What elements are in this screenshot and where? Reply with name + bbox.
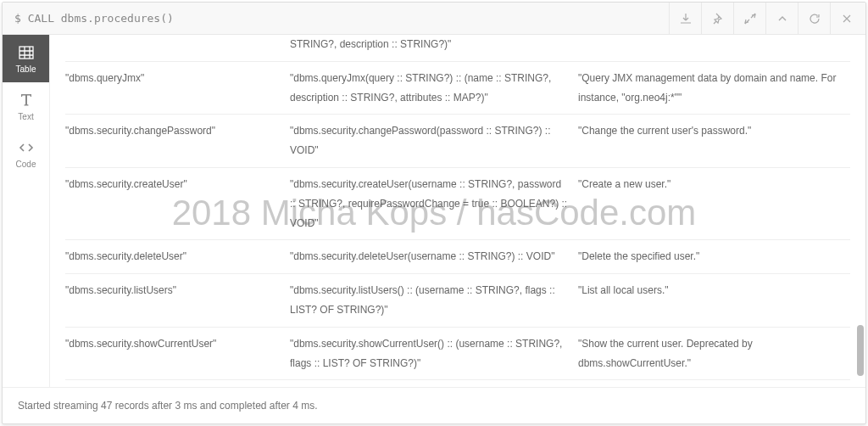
expand-icon [743, 12, 757, 25]
query-text: $ CALL dbms.procedures() [3, 12, 669, 25]
download-button[interactable] [669, 3, 701, 35]
pin-button[interactable] [701, 3, 733, 35]
cell-signature: "dbms.security.listUsers() :: (username … [290, 281, 578, 320]
query-header: $ CALL dbms.procedures() [3, 3, 865, 35]
cell-name: "dbms.security.listUsers" [65, 281, 290, 320]
close-icon [840, 12, 854, 25]
cell-name: "dbms.queryJmx" [65, 69, 290, 108]
body: Table Text Code STRING?, description :: … [3, 35, 865, 387]
cell-signature: "dbms.security.createUser(username :: ST… [290, 175, 578, 233]
close-button[interactable] [830, 3, 862, 35]
table-row: STRING?, description :: STRING?)" [65, 35, 850, 62]
table-row: "dbms.security.deleteUser" "dbms.securit… [65, 240, 850, 274]
cell-signature: STRING?, description :: STRING?)" [290, 35, 578, 54]
sidebar-item-label: Code [16, 160, 36, 169]
table-icon [18, 44, 35, 61]
svg-rect-0 [19, 47, 33, 59]
sidebar-item-text[interactable]: Text [3, 82, 49, 130]
cell-signature: "dbms.security.deleteUser(username :: ST… [290, 247, 578, 266]
refresh-button[interactable] [798, 3, 830, 35]
cell-description: "List all local users." [578, 281, 850, 320]
cell-signature: "dbms.security.changePassword(password :… [290, 121, 578, 160]
scrollbar-thumb[interactable] [857, 325, 864, 376]
sidebar-item-table[interactable]: Table [3, 35, 49, 82]
toolbar [669, 3, 865, 35]
cell-description: "Change the current user's password." [578, 121, 850, 160]
expand-button[interactable] [733, 3, 765, 35]
cell-description [578, 35, 850, 54]
sidebar-item-label: Text [18, 112, 33, 121]
cell-name: "dbms.security.createUser" [65, 175, 290, 233]
table-row: "dbms.security.showCurrentUser" "dbms.se… [65, 328, 850, 381]
cell-name [65, 35, 290, 54]
table-row: "dbms.showCurrentUser" "dbms.showCurrent… [65, 380, 850, 387]
chevron-up-icon [776, 12, 789, 25]
code-icon [18, 139, 35, 156]
results-table[interactable]: STRING?, description :: STRING?)" "dbms.… [50, 35, 865, 387]
table-row: "dbms.queryJmx" "dbms.queryJmx(query :: … [65, 62, 850, 115]
cell-name: "dbms.security.showCurrentUser" [65, 334, 290, 373]
sidebar: Table Text Code [3, 35, 50, 387]
cell-description: "Delete the specified user." [578, 247, 850, 266]
cell-name: "dbms.security.deleteUser" [65, 247, 290, 266]
sidebar-item-code[interactable]: Code [3, 130, 49, 177]
sidebar-item-label: Table [16, 64, 36, 74]
pin-icon [711, 12, 725, 25]
table-row: "dbms.security.createUser" "dbms.securit… [65, 168, 850, 240]
cell-description: "Query JMX management data by domain and… [578, 69, 850, 108]
cell-description: "Create a new user." [578, 175, 850, 233]
cell-description: "Show the current user. Deprecated by db… [578, 334, 850, 373]
table-row: "dbms.security.listUsers" "dbms.security… [65, 274, 850, 328]
cell-signature: "dbms.queryJmx(query :: STRING?) :: (nam… [290, 69, 578, 108]
status-footer: Started streaming 47 records after 3 ms … [3, 387, 865, 423]
table-row: "dbms.security.changePassword" "dbms.sec… [65, 115, 850, 168]
cell-signature: "dbms.security.showCurrentUser() :: (use… [290, 334, 578, 373]
cell-name: "dbms.security.changePassword" [65, 121, 290, 160]
refresh-icon [808, 12, 821, 25]
download-icon [679, 12, 693, 25]
text-icon [18, 92, 35, 109]
collapse-up-button[interactable] [765, 3, 798, 35]
